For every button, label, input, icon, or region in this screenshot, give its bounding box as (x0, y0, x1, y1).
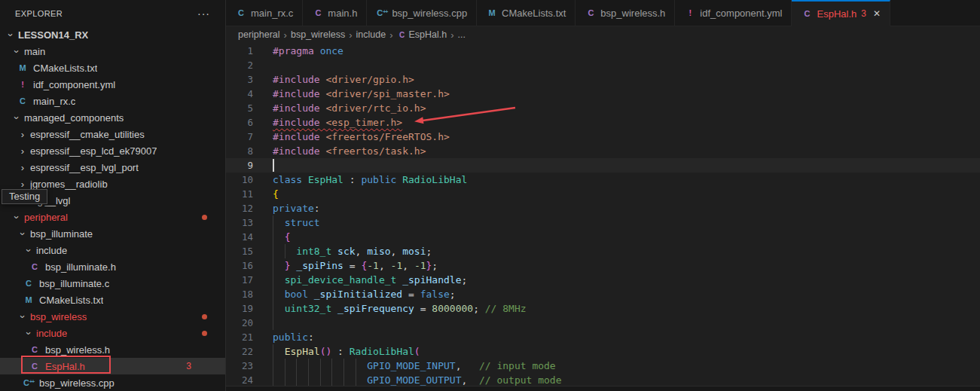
tab-bsp-wireless-cpp[interactable]: C++bsp_wireless.cpp (367, 0, 477, 26)
line-number[interactable]: 5 (226, 101, 253, 115)
line-number[interactable]: 9 (226, 158, 253, 173)
line-number[interactable]: 14 (226, 230, 253, 244)
chevron-down-icon[interactable]: › (17, 310, 29, 322)
chevron-down-icon[interactable]: › (17, 228, 29, 240)
code-line-19[interactable]: 19 uint32_t _spiFrequency = 8000000; // … (226, 301, 980, 316)
tree-item-bsp-illuminate-c[interactable]: Cbsp_illuminate.c (0, 275, 225, 292)
code-line-7[interactable]: 7#include <freertos/FreeRTOS.h> (226, 130, 980, 144)
tree-item-cmakelists-txt[interactable]: MCMakeLists.txt (0, 60, 225, 76)
chevron-down-icon[interactable]: › (23, 244, 35, 256)
breadcrumb-item-[interactable]: ... (458, 29, 466, 40)
code-line-5[interactable]: 5#include <driver/rtc_io.h> (226, 101, 980, 115)
tree-item-include[interactable]: ›include (0, 242, 225, 258)
line-number[interactable]: 19 (226, 301, 253, 316)
tree-item-lesson14-rx[interactable]: ›LESSON14_RX (0, 26, 225, 43)
tree-item-idf-component-yml[interactable]: !idf_component.yml (0, 76, 225, 93)
close-icon[interactable]: ✕ (873, 8, 881, 19)
tab-esphal-h[interactable]: CEspHal.h3✕ (792, 0, 890, 26)
code-line-18[interactable]: 18 bool _spiInitialized = false; (226, 287, 980, 301)
chevron-right-icon[interactable]: › (17, 162, 29, 173)
tree-item-bsp-wireless[interactable]: ›bsp_wireless (0, 308, 225, 325)
line-number[interactable]: 15 (226, 244, 253, 258)
breadcrumb-item-esphal-h[interactable]: CEspHal.h (397, 29, 447, 40)
breadcrumb-item-peripheral[interactable]: peripheral (238, 29, 280, 40)
line-number[interactable]: 21 (226, 330, 253, 344)
chevron-down-icon[interactable]: › (5, 29, 17, 41)
line-number[interactable]: 20 (226, 316, 253, 330)
tree-item-main-rx-c[interactable]: Cmain_rx.c (0, 93, 225, 109)
modified-dot-icon (202, 215, 207, 220)
line-number[interactable]: 3 (226, 72, 253, 87)
tree-item-bsp-illuminate[interactable]: ›bsp_illuminate (0, 225, 225, 242)
tree-item-managed-components[interactable]: ›managed_components (0, 109, 225, 126)
line-number[interactable]: 18 (226, 287, 253, 301)
code-line-9[interactable]: 9 (226, 158, 980, 173)
code-line-4[interactable]: 4#include <driver/spi_master.h> (226, 87, 980, 101)
code-line-17[interactable]: 17 spi_device_handle_t _spiHandle; (226, 273, 980, 287)
line-number[interactable]: 10 (226, 173, 253, 187)
code-line-22[interactable]: 22 EspHal() : RadioLibHal( (226, 344, 980, 359)
tab-main-rx-c[interactable]: Cmain_rx.c (226, 0, 303, 26)
chevron-down-icon[interactable]: › (11, 45, 23, 57)
line-number[interactable]: 16 (226, 258, 253, 273)
code-line-14[interactable]: 14 { (226, 230, 980, 244)
chevron-right-icon[interactable]: › (17, 145, 29, 157)
tree-item-bsp-illuminate-h[interactable]: Cbsp_illuminate.h (0, 258, 225, 275)
tab-main-h[interactable]: Cmain.h (303, 0, 367, 26)
indent-guide (273, 287, 273, 301)
tree-item-esphal-h[interactable]: CEspHal.h3 (0, 358, 225, 374)
line-number[interactable]: 23 (226, 359, 253, 373)
chevron-down-icon[interactable]: › (23, 327, 35, 339)
tree-item-espressif-esp-lcd-ek79007[interactable]: ›espressif__esp_lcd_ek79007 (0, 142, 225, 159)
code-editor[interactable]: 1#pragma once23#include <driver/gpio.h>4… (226, 43, 980, 391)
tab-idf-component-yml[interactable]: !idf_component.yml (675, 0, 792, 26)
tab-bsp-wireless-h[interactable]: Cbsp_wireless.h (575, 0, 675, 26)
code-line-20[interactable]: 20 (226, 316, 980, 330)
tree-item-espressif-esp-lvgl-port[interactable]: ›espressif__esp_lvgl_port (0, 159, 225, 176)
line-number[interactable]: 22 (226, 344, 253, 359)
cmake-file-icon: M (486, 8, 498, 17)
chevron-down-icon[interactable]: › (11, 111, 23, 124)
chevron-down-icon[interactable]: › (11, 211, 23, 223)
line-number[interactable]: 1 (226, 44, 253, 58)
breadcrumb-item-include[interactable]: include (356, 29, 386, 40)
code-line-8[interactable]: 8#include <freertos/task.h> (226, 144, 980, 158)
code-line-2[interactable]: 2 (226, 58, 980, 72)
chevron-right-icon[interactable]: › (17, 179, 29, 190)
line-number[interactable]: 6 (226, 115, 253, 130)
tree-item-bsp-wireless-cpp[interactable]: C++bsp_wireless.cpp (0, 374, 225, 391)
tree-item-include[interactable]: ›include (0, 325, 225, 341)
indent-guide (273, 344, 273, 359)
line-number[interactable]: 7 (226, 130, 253, 144)
code-line-15[interactable]: 15 int8_t sck, miso, mosi; (226, 244, 980, 258)
line-number[interactable]: 4 (226, 87, 253, 101)
line-number[interactable]: 11 (226, 187, 253, 201)
code-line-21[interactable]: 21public: (226, 330, 980, 344)
code-line-11[interactable]: 11{ (226, 187, 980, 201)
line-number[interactable]: 13 (226, 215, 253, 230)
code-line-16[interactable]: 16 } _spiPins = {-1, -1, -1}; (226, 258, 980, 273)
tree-item-peripheral[interactable]: ›peripheral (0, 209, 225, 225)
line-number[interactable]: 12 (226, 201, 253, 215)
line-number[interactable]: 8 (226, 144, 253, 158)
tree-item-main[interactable]: ›main (0, 43, 225, 60)
code-line-6[interactable]: 6#include <esp_timer.h> (226, 115, 980, 130)
tab-cmakelists-txt[interactable]: MCMakeLists.txt (477, 0, 575, 26)
code-line-10[interactable]: 10class EspHal : public RadioLibHal (226, 173, 980, 187)
tree-item-espressif-cmake-utilities[interactable]: ›espressif__cmake_utilities (0, 126, 225, 142)
tree-item-cmakelists-txt[interactable]: MCMakeLists.txt (0, 292, 225, 308)
chevron-right-icon[interactable]: › (17, 129, 29, 140)
code-line-23[interactable]: 23 GPIO_MODE_INPUT, // input mode (226, 359, 980, 373)
indent-guide (273, 230, 273, 244)
more-actions-icon[interactable]: ··· (197, 8, 210, 20)
exclamation-file-icon: ! (684, 8, 696, 17)
code-line-13[interactable]: 13 struct (226, 215, 980, 230)
line-number[interactable]: 2 (226, 58, 253, 72)
code-line-1[interactable]: 1#pragma once (226, 44, 980, 58)
breadcrumb-item-bsp-wireless[interactable]: bsp_wireless (291, 29, 345, 40)
tree-item-label: bsp_wireless (30, 311, 87, 322)
tree-item-bsp-wireless-h[interactable]: Cbsp_wireless.h (0, 341, 225, 358)
code-line-3[interactable]: 3#include <driver/gpio.h> (226, 72, 980, 87)
code-line-12[interactable]: 12private: (226, 201, 980, 215)
line-number[interactable]: 17 (226, 273, 253, 287)
